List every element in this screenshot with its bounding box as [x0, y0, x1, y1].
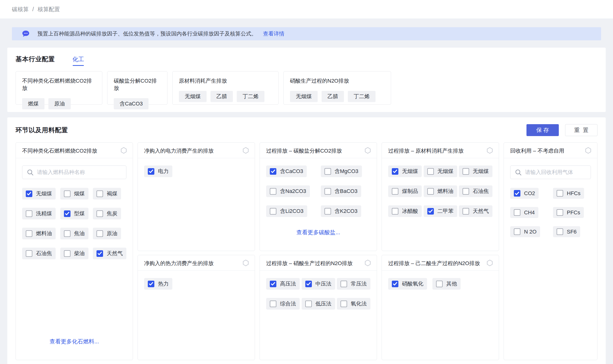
checkbox-item[interactable]: 中压法: [302, 278, 335, 290]
checkbox-unchecked[interactable]: [26, 250, 32, 257]
checkbox-unchecked[interactable]: [325, 208, 331, 215]
checkbox-item[interactable]: 褐煤: [93, 188, 121, 199]
checkbox-checked[interactable]: [270, 281, 276, 287]
checkbox-checked[interactable]: [64, 210, 70, 217]
checkbox-item[interactable]: 其他: [432, 278, 461, 290]
checkbox-item[interactable]: 氧化法: [337, 298, 370, 310]
banner-detail-link[interactable]: 查看详情: [263, 30, 284, 38]
checkbox-item[interactable]: 无烟煤: [424, 166, 457, 177]
checkbox-item[interactable]: 天然气: [93, 247, 126, 259]
checkbox-checked[interactable]: [392, 168, 398, 175]
checkbox-checked[interactable]: [270, 168, 276, 175]
checkbox-unchecked[interactable]: [557, 190, 563, 196]
checkbox-item[interactable]: PFCs: [553, 207, 584, 218]
checkbox-item[interactable]: 无烟煤: [22, 188, 56, 199]
checkbox-unchecked[interactable]: [325, 168, 331, 175]
checkbox-item[interactable]: 天然气: [459, 205, 493, 217]
search-input[interactable]: [510, 166, 591, 179]
checkbox-unchecked[interactable]: [427, 168, 434, 175]
checkbox-unchecked[interactable]: [436, 281, 443, 287]
hexagon-icon[interactable]: [487, 147, 493, 154]
view-more-link[interactable]: 查看更多碳酸盐...: [266, 225, 370, 245]
checkbox-item[interactable]: 含BaCO3: [321, 185, 361, 197]
hexagon-icon[interactable]: [120, 147, 127, 154]
checkbox-unchecked[interactable]: [96, 191, 103, 197]
checkbox-checked[interactable]: [305, 281, 312, 287]
checkbox-item[interactable]: 含Li2CO3: [266, 205, 307, 217]
checkbox-unchecked[interactable]: [64, 230, 70, 237]
checkbox-item[interactable]: 无烟煤: [459, 166, 493, 177]
checkbox-unchecked[interactable]: [96, 230, 103, 237]
checkbox-item[interactable]: 含K2CO3: [321, 205, 361, 217]
hexagon-icon[interactable]: [365, 260, 371, 266]
reset-button[interactable]: 重置: [565, 124, 598, 136]
checkbox-unchecked[interactable]: [463, 208, 469, 215]
checkbox-checked[interactable]: [392, 281, 398, 287]
checkbox-unchecked[interactable]: [270, 300, 276, 307]
checkbox-unchecked[interactable]: [557, 209, 563, 216]
checkbox-unchecked[interactable]: [26, 230, 32, 237]
checkbox-unchecked[interactable]: [64, 191, 70, 197]
checkbox-item[interactable]: 综合法: [266, 298, 300, 310]
checkbox-item[interactable]: 冰醋酸: [388, 205, 422, 217]
checkbox-item[interactable]: 烟煤: [60, 188, 89, 199]
checkbox-unchecked[interactable]: [64, 250, 70, 257]
save-button[interactable]: 保存: [526, 124, 559, 136]
checkbox-item[interactable]: N 2O: [510, 226, 540, 237]
checkbox-item[interactable]: 含Na2CO3: [266, 185, 310, 197]
checkbox-item[interactable]: 高压法: [266, 278, 300, 290]
checkbox-item[interactable]: CH4: [510, 207, 538, 218]
checkbox-checked[interactable]: [96, 250, 103, 257]
checkbox-unchecked[interactable]: [305, 300, 312, 307]
checkbox-item[interactable]: SF6: [553, 226, 580, 237]
checkbox-checked[interactable]: [427, 208, 434, 215]
checkbox-unchecked[interactable]: [270, 188, 276, 195]
checkbox-unchecked[interactable]: [392, 188, 398, 195]
checkbox-checked[interactable]: [26, 191, 32, 197]
checkbox-item[interactable]: 煤制品: [388, 185, 422, 197]
hexagon-icon[interactable]: [243, 147, 249, 154]
hexagon-icon[interactable]: [243, 260, 249, 266]
checkbox-item[interactable]: 低压法: [302, 298, 335, 310]
checkbox-unchecked[interactable]: [96, 210, 103, 217]
checkbox-item[interactable]: 燃料油: [22, 228, 56, 239]
checkbox-item[interactable]: HFCs: [553, 188, 584, 199]
checkbox-item[interactable]: 焦炭: [93, 208, 121, 220]
checkbox-unchecked[interactable]: [463, 168, 469, 175]
checkbox-item[interactable]: 燃料油: [424, 185, 457, 197]
search-input[interactable]: [22, 166, 126, 179]
checkbox-item[interactable]: 柴油: [60, 247, 89, 259]
hexagon-icon[interactable]: [365, 147, 371, 154]
checkbox-unchecked[interactable]: [26, 210, 32, 217]
hexagon-icon[interactable]: [487, 260, 493, 266]
checkbox-item[interactable]: 二甲苯: [424, 205, 457, 217]
checkbox-checked[interactable]: [148, 281, 154, 287]
checkbox-checked[interactable]: [148, 168, 154, 175]
checkbox-item[interactable]: 型煤: [60, 208, 89, 220]
checkbox-unchecked[interactable]: [340, 281, 347, 287]
view-more-link[interactable]: 查看更多化石燃料...: [22, 334, 126, 354]
checkbox-item[interactable]: 焦油: [60, 228, 89, 239]
checkbox-item[interactable]: 电力: [144, 166, 172, 177]
checkbox-item[interactable]: 常压法: [337, 278, 370, 290]
checkbox-unchecked[interactable]: [392, 208, 398, 215]
checkbox-item[interactable]: 含MgCO3: [321, 166, 362, 177]
checkbox-item[interactable]: 无烟煤: [388, 166, 422, 177]
tab-chemical-industry[interactable]: 化工: [72, 55, 84, 63]
checkbox-unchecked[interactable]: [463, 188, 469, 195]
checkbox-unchecked[interactable]: [427, 188, 434, 195]
checkbox-unchecked[interactable]: [340, 300, 347, 307]
checkbox-unchecked[interactable]: [514, 228, 520, 235]
breadcrumb-item-parent[interactable]: 碳核算: [12, 6, 29, 13]
checkbox-item[interactable]: 原油: [93, 228, 121, 239]
checkbox-item[interactable]: 石油焦: [22, 247, 56, 259]
checkbox-unchecked[interactable]: [270, 208, 276, 215]
checkbox-unchecked[interactable]: [557, 228, 563, 235]
checkbox-item[interactable]: 硝酸氧化: [388, 278, 427, 290]
checkbox-unchecked[interactable]: [325, 188, 331, 195]
checkbox-item[interactable]: 含CaCO3: [266, 166, 307, 177]
checkbox-item[interactable]: CO2: [510, 188, 539, 199]
checkbox-unchecked[interactable]: [514, 209, 520, 216]
checkbox-item[interactable]: 热力: [144, 278, 172, 290]
checkbox-item[interactable]: 石油焦: [459, 185, 493, 197]
